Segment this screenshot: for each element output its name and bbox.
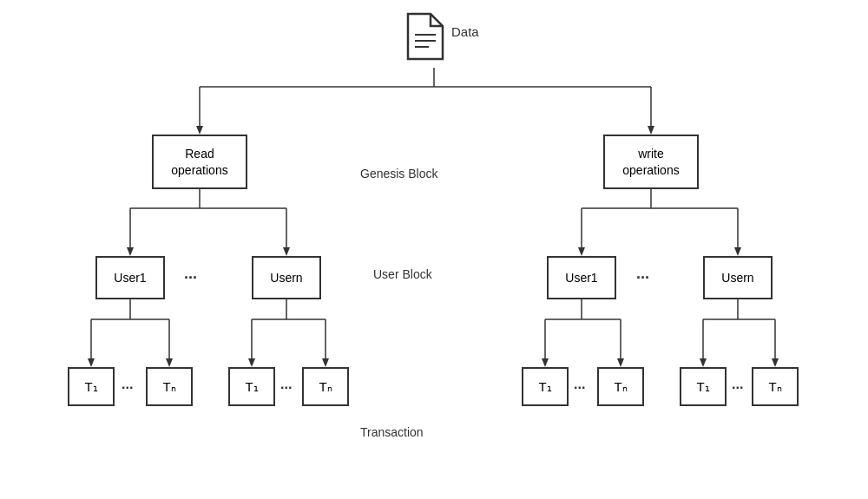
read-un-t1-text: T₁: [245, 378, 258, 396]
svg-marker-13: [283, 247, 290, 256]
read-un-tn-node: Tₙ: [302, 367, 349, 406]
write-usern-node: Usern: [703, 256, 773, 299]
write-u1-dots: ···: [574, 380, 585, 396]
write-usern-text: Usern: [721, 270, 753, 286]
write-operations-node: write operations: [603, 135, 699, 189]
read-usern-text: Usern: [270, 270, 302, 286]
read-u1-tn-text: Tₙ: [162, 378, 175, 396]
svg-marker-32: [248, 358, 255, 367]
data-label: Data: [451, 24, 479, 39]
write-un-dots: ···: [732, 380, 743, 396]
read-user1-node: User1: [95, 256, 165, 299]
read-user1-text: User1: [114, 270, 146, 286]
read-un-dots: ···: [280, 380, 292, 396]
svg-marker-6: [648, 126, 654, 135]
write-u1-t1-node: T₁: [522, 367, 569, 406]
read-u1-dots: ···: [122, 380, 133, 396]
write-un-tn-text: Tₙ: [768, 378, 781, 396]
svg-marker-41: [617, 358, 624, 367]
connector-lines: [0, 0, 868, 499]
svg-marker-18: [578, 247, 585, 256]
user-block-label: User Block: [373, 267, 432, 281]
svg-marker-11: [127, 247, 134, 256]
svg-marker-34: [322, 358, 329, 367]
svg-marker-25: [88, 358, 95, 367]
read-operations-text: Read operations: [171, 146, 227, 177]
svg-marker-48: [772, 358, 779, 367]
write-user1-node: User1: [547, 256, 616, 299]
read-operations-node: Read operations: [152, 135, 247, 189]
read-u1-t1-node: T₁: [68, 367, 115, 406]
data-icon: [403, 12, 444, 61]
read-dots: ···: [184, 269, 197, 287]
write-un-t1-text: T₁: [696, 378, 709, 396]
svg-marker-4: [196, 126, 203, 135]
write-dots: ···: [636, 269, 649, 287]
transaction-label: Transaction: [360, 425, 424, 439]
write-u1-tn-text: Tₙ: [614, 378, 627, 396]
read-un-tn-text: Tₙ: [319, 378, 332, 396]
svg-marker-27: [166, 358, 173, 367]
svg-marker-46: [700, 358, 707, 367]
genesis-block-label: Genesis Block: [360, 167, 437, 181]
svg-marker-20: [734, 247, 741, 256]
read-usern-node: Usern: [252, 256, 321, 299]
read-u1-tn-node: Tₙ: [146, 367, 193, 406]
write-operations-text: write operations: [622, 146, 679, 177]
svg-marker-39: [542, 358, 549, 367]
write-u1-t1-text: T₁: [538, 378, 551, 396]
write-un-tn-node: Tₙ: [752, 367, 799, 406]
diagram: Data Genesis Block User Block Transactio…: [0, 0, 868, 499]
write-u1-tn-node: Tₙ: [597, 367, 644, 406]
read-u1-t1-text: T₁: [84, 378, 97, 396]
read-un-t1-node: T₁: [228, 367, 275, 406]
write-un-t1-node: T₁: [680, 367, 727, 406]
write-user1-text: User1: [565, 270, 597, 286]
